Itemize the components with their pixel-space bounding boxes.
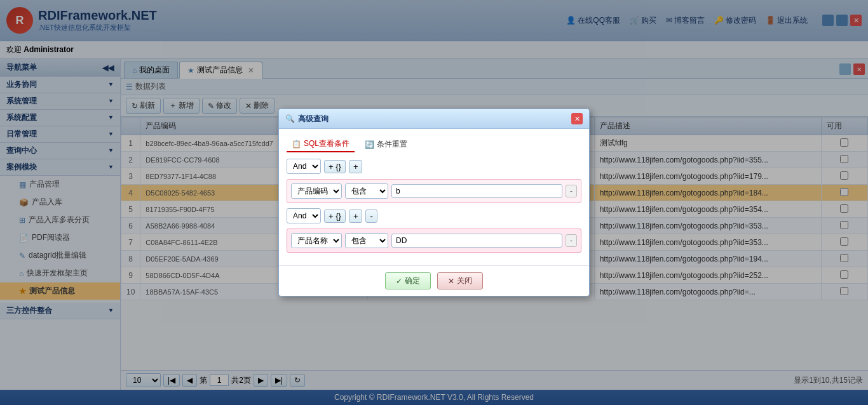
advanced-query-modal: 🔍 高级查询 ✕ 📋 SQL查看条件 🔄 条件重置 AndOr [278, 109, 590, 296]
reset-tab-label: 条件重置 [377, 139, 407, 150]
cancel-icon: ✕ [448, 277, 454, 286]
condition-row-2: 产品名称产品编码产品描述 包含等于不等于 - [287, 229, 581, 253]
modal-title: 🔍 高级查询 [285, 114, 329, 124]
confirm-icon: ✓ [396, 277, 402, 286]
modal-close-button[interactable]: ✕ [571, 113, 583, 124]
modal-cancel-button[interactable]: ✕ 关闭 [437, 272, 483, 289]
modal-title-text: 高级查询 [298, 114, 329, 124]
add-condition-button[interactable]: + [349, 160, 363, 173]
add-sub-group-button[interactable]: + {} [324, 209, 346, 223]
modal-tab-bar: 📋 SQL查看条件 🔄 条件重置 [287, 136, 581, 152]
modal-body: 📋 SQL查看条件 🔄 条件重置 AndOr + {} + 产品编码 [279, 129, 589, 265]
modal-title-icon: 🔍 [285, 114, 295, 123]
modal-tab-sql[interactable]: 📋 SQL查看条件 [287, 136, 355, 152]
remove-condition-1-button[interactable]: - [566, 185, 577, 197]
add-sub-condition-button[interactable]: + [349, 209, 363, 223]
condition-connector-row: AndOr + {} + [287, 159, 581, 174]
remove-sub-group-button[interactable]: - [365, 209, 377, 223]
op-select-2[interactable]: 包含等于不等于 [345, 233, 388, 248]
add-group-button[interactable]: + {} [324, 160, 346, 173]
modal-footer: ✓ 确定 ✕ 关闭 [279, 265, 589, 296]
field-select-1[interactable]: 产品编码产品名称产品描述 [291, 183, 342, 199]
confirm-label: 确定 [405, 276, 420, 286]
connector-select[interactable]: AndOr [287, 159, 321, 174]
modal-header: 🔍 高级查询 ✕ [279, 109, 589, 129]
modal-overlay: 🔍 高级查询 ✕ 📋 SQL查看条件 🔄 条件重置 AndOr [0, 0, 868, 405]
modal-tab-reset[interactable]: 🔄 条件重置 [360, 137, 412, 152]
value-input-1[interactable] [391, 184, 562, 198]
sql-tab-label: SQL查看条件 [304, 138, 349, 149]
confirm-button[interactable]: ✓ 确定 [385, 272, 431, 289]
value-input-2[interactable] [391, 234, 562, 248]
cancel-label: 关闭 [457, 276, 472, 286]
field-select-2[interactable]: 产品名称产品编码产品描述 [291, 233, 342, 248]
op-select-1[interactable]: 包含等于不等于开始于结束于 [345, 183, 388, 199]
reset-tab-icon: 🔄 [365, 140, 374, 149]
sub-connector-select[interactable]: AndOr [287, 208, 321, 223]
condition-row-1: 产品编码产品名称产品描述 包含等于不等于开始于结束于 - [287, 179, 581, 203]
sub-condition-connector-row: AndOr + {} + - [287, 208, 581, 223]
remove-condition-2-button[interactable]: - [566, 234, 577, 247]
sql-tab-icon: 📋 [292, 140, 301, 149]
